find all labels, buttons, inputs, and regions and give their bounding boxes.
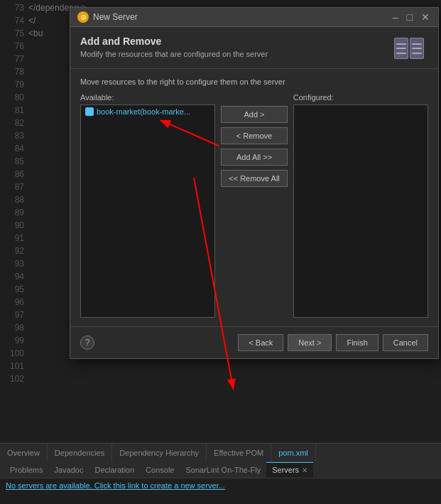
titlebar-controls: – □ ✕: [391, 11, 431, 23]
configured-panel: Configured:: [293, 93, 428, 318]
available-panel: Available: book-market(book-marke...: [80, 93, 215, 318]
tab-dependencies[interactable]: Dependencies: [48, 444, 112, 461]
tab-sonarlint[interactable]: SonarLint On-The-Fly: [180, 462, 266, 478]
dialog-icon: ⚙: [77, 11, 89, 23]
dialog-header: Add and Remove Modify the resources that…: [70, 27, 438, 69]
available-label: Available:: [80, 93, 215, 102]
tab-declaration[interactable]: Declaration: [89, 462, 140, 478]
close-servers-tab[interactable]: ✕: [302, 466, 307, 474]
item-icon: [85, 107, 94, 116]
new-server-dialog: ⚙ New Server – □ ✕ Add and Remove Modify…: [70, 7, 439, 359]
titlebar-left: ⚙ New Server: [77, 11, 138, 23]
configured-label: Configured:: [293, 93, 428, 102]
panel-tabs-header: Problems Javadoc Declaration Console Son…: [0, 461, 441, 478]
tab-dependency-hierarchy[interactable]: Dependency Hierarchy: [112, 444, 207, 461]
tab-effective-pom[interactable]: Effective POM: [207, 444, 271, 461]
header-text: Add and Remove Modify the resources that…: [80, 36, 268, 58]
bottom-panel: Problems Javadoc Declaration Console Son…: [0, 461, 441, 504]
footer-left: ?: [80, 336, 94, 350]
dialog-heading: Add and Remove: [80, 36, 268, 47]
next-button[interactable]: Next >: [288, 334, 332, 351]
minimize-button[interactable]: –: [391, 11, 400, 23]
panel-tabs: Problems Javadoc Declaration Console Son…: [4, 462, 437, 478]
back-button[interactable]: < Back: [238, 334, 283, 351]
configured-list[interactable]: [293, 104, 428, 318]
action-buttons: Add > < Remove Add All >> << Remove All: [221, 93, 288, 187]
server-icon: [394, 36, 428, 61]
create-server-link[interactable]: No servers are available. Click this lin…: [6, 481, 225, 490]
footer-buttons: < Back Next > Finish Cancel: [238, 334, 428, 351]
dialog-subtitle: Modify the resources that are configured…: [80, 50, 268, 58]
server-box-2: [410, 38, 424, 59]
cancel-button[interactable]: Cancel: [383, 334, 428, 351]
tab-pom-xml[interactable]: pom.xml: [271, 444, 316, 461]
tab-servers[interactable]: Servers ✕: [266, 462, 313, 478]
bottom-tabs: Overview Dependencies Dependency Hierarc…: [0, 443, 441, 461]
server-box-1: [394, 38, 408, 59]
servers-content: No servers are available. Click this lin…: [0, 478, 441, 493]
line-numbers: 73 74 75 76 77 78 79 80 81 82 83 84 85 8…: [0, 0, 28, 419]
tab-overview[interactable]: Overview: [0, 444, 48, 461]
remove-all-button[interactable]: << Remove All: [221, 170, 288, 187]
finish-button[interactable]: Finish: [336, 334, 378, 351]
instruction-text: Move resources to the right to configure…: [80, 77, 428, 86]
available-list[interactable]: book-market(book-marke...: [80, 104, 215, 318]
close-button[interactable]: ✕: [420, 11, 431, 23]
panels-row: Available: book-market(book-marke... Add…: [80, 93, 428, 318]
tab-javadoc[interactable]: Javadoc: [48, 462, 89, 478]
dialog-titlebar: ⚙ New Server – □ ✕: [70, 8, 438, 27]
dialog-body: Move resources to the right to configure…: [70, 69, 438, 326]
maximize-button[interactable]: □: [405, 11, 414, 23]
list-item[interactable]: book-market(book-marke...: [81, 105, 214, 118]
tab-problems[interactable]: Problems: [4, 462, 48, 478]
remove-button[interactable]: < Remove: [221, 127, 288, 144]
add-button[interactable]: Add >: [221, 106, 288, 123]
add-all-button[interactable]: Add All >>: [221, 149, 288, 166]
help-button[interactable]: ?: [80, 336, 94, 350]
item-label: book-market(book-marke...: [97, 107, 190, 116]
tab-console[interactable]: Console: [140, 462, 180, 478]
dialog-title: New Server: [93, 12, 138, 22]
dialog-footer: ? < Back Next > Finish Cancel: [70, 326, 438, 358]
